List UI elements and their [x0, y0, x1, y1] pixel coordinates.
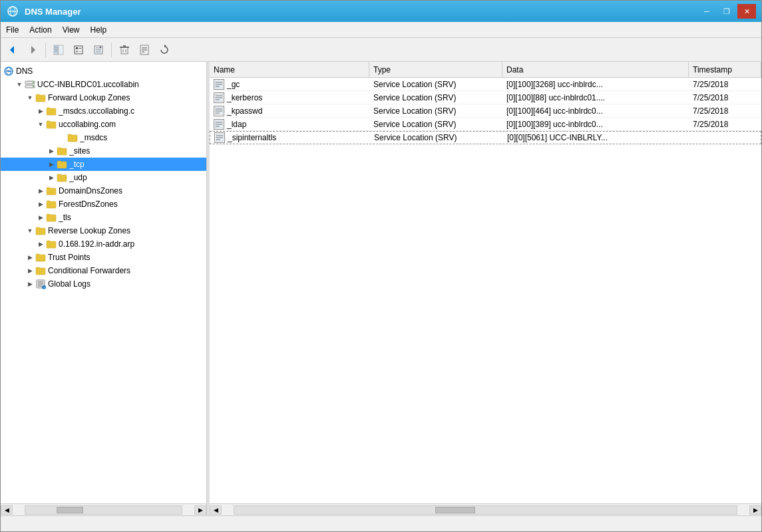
tree-item-dns[interactable]: DNS	[1, 65, 206, 78]
tree-item-globallogs[interactable]: ▶ i Global Logs	[1, 277, 206, 291]
expand-conditional[interactable]: ▶	[25, 265, 35, 276]
cell-type-kerberos: Service Location (SRV)	[369, 91, 502, 104]
list-row-kpasswd[interactable]: _kpasswd Service Location (SRV) [0][100]…	[210, 104, 761, 118]
scroll-left-btn[interactable]: ◀	[210, 505, 222, 515]
folder-icon-msdcs	[46, 106, 57, 116]
list-row-sipinternaltls[interactable]: _sipinternaltls Service Location (SRV) […	[210, 131, 761, 144]
sites-label: _sites	[69, 146, 90, 156]
tree-scroll-thumb[interactable]	[57, 507, 83, 513]
scroll-right-btn[interactable]: ▶	[749, 505, 761, 515]
expand-msdcs[interactable]: ▶	[35, 106, 46, 116]
status-bar	[1, 515, 761, 531]
tree-scroll-left[interactable]: ◀	[1, 505, 13, 515]
tree-item-udp[interactable]: ▶ _udp	[1, 171, 206, 184]
content-panel: Name Type Data Timestamp	[210, 62, 761, 515]
expand-trust[interactable]: ▶	[25, 252, 35, 263]
tree-item-tcp[interactable]: ▶ _tcp	[1, 158, 206, 171]
expand-tcp[interactable]: ▶	[46, 159, 57, 170]
export-button[interactable]	[89, 41, 108, 59]
svg-point-3	[11, 10, 14, 13]
tree-scroll-right[interactable]: ▶	[194, 505, 206, 515]
cell-name-kerberos: _kerberos	[210, 91, 369, 104]
close-button[interactable]: ✕	[737, 4, 756, 19]
scroll-thumb[interactable]	[435, 507, 475, 513]
expand-sites[interactable]: ▶	[46, 146, 57, 156]
properties-button[interactable]	[69, 41, 88, 59]
cell-name-kpasswd: _kpasswd	[210, 104, 369, 117]
folder-icon-uccollabing	[46, 119, 57, 130]
svg-rect-7	[59, 45, 63, 55]
reverse-label: Reverse Lookup Zones	[48, 226, 130, 235]
list-row-kerberos[interactable]: _kerberos Service Location (SRV) [0][100…	[210, 91, 761, 104]
logs-icon: i	[35, 279, 46, 289]
folder-icon-tcp	[57, 159, 67, 170]
app-icon	[6, 5, 19, 18]
expand-forestdns[interactable]: ▶	[35, 199, 46, 209]
delete-button[interactable]	[115, 41, 134, 59]
menu-view[interactable]: View	[57, 23, 85, 37]
menu-action[interactable]: Action	[24, 23, 57, 37]
expand-forward[interactable]: ▼	[25, 92, 35, 103]
tree-panel: DNS ▼ UCC-INBLRDC01.uccollabin ▼	[1, 62, 207, 515]
srv-icon-gc	[214, 79, 224, 90]
col-header-name[interactable]: Name	[210, 62, 369, 77]
folder-icon-msdcs2	[67, 132, 78, 143]
tree-item-forestdns[interactable]: ▶ ForestDnsZones	[1, 198, 206, 211]
menu-file[interactable]: File	[1, 23, 24, 37]
cell-timestamp-sipinternaltls	[689, 132, 761, 144]
refresh-button[interactable]	[155, 41, 174, 59]
expand-domaindns[interactable]: ▶	[35, 186, 46, 196]
conditional-label: Conditional Forwarders	[48, 266, 130, 275]
list-body: _gc Service Location (SRV) [0][100][3268…	[210, 78, 761, 503]
menu-bar: File Action View Help	[1, 22, 761, 38]
tree-item-msdcs[interactable]: ▶ _msdcs.uccollabing.c	[1, 104, 206, 118]
expand-reverse-zone[interactable]: ▶	[35, 239, 46, 249]
expand-server[interactable]: ▼	[14, 79, 25, 90]
tree-item-forward[interactable]: ▼ Forward Lookup Zones	[1, 91, 206, 104]
expand-uccollabing[interactable]: ▼	[35, 119, 46, 130]
cell-name-gc: _gc	[210, 78, 369, 90]
tree-item-reverse[interactable]: ▼ Reverse Lookup Zones	[1, 224, 206, 237]
forestdns-label: ForestDnsZones	[59, 200, 118, 209]
tree-item-sites[interactable]: ▶ _sites	[1, 144, 206, 158]
scroll-track	[234, 505, 737, 515]
back-button[interactable]	[3, 41, 22, 59]
server-icon	[25, 79, 35, 90]
tree-item-conditional[interactable]: ▶ Conditional Forwarders	[1, 264, 206, 277]
dns-label: DNS	[16, 66, 33, 76]
tree-item-trust[interactable]: ▶ Trust Points	[1, 251, 206, 264]
tree-item-domaindns[interactable]: ▶ DomainDnsZones	[1, 184, 206, 198]
srv-icon-kpasswd	[214, 106, 224, 116]
cell-name-ldap: _ldap	[210, 118, 369, 130]
list-row-ldap[interactable]: _ldap Service Location (SRV) [0][100][38…	[210, 118, 761, 131]
tree-item-reverse-zone[interactable]: ▶ 0.168.192.in-addr.arp	[1, 237, 206, 251]
folder-icon-domaindns	[46, 186, 57, 196]
menu-help[interactable]: Help	[85, 23, 112, 37]
folder-icon-reverse-zone	[46, 239, 57, 249]
col-header-timestamp[interactable]: Timestamp	[689, 62, 761, 77]
tree-item-server[interactable]: ▼ UCC-INBLRDC01.uccollabin	[1, 78, 206, 91]
window-title: DNS Manager	[25, 7, 81, 17]
expand-tls[interactable]: ▶	[35, 212, 46, 223]
expand-globallogs[interactable]: ▶	[25, 279, 35, 289]
tree-item-uccollabing[interactable]: ▼ uccollabing.com	[1, 118, 206, 131]
tree-item-msdcs2[interactable]: _msdcs	[1, 131, 206, 144]
expand-udp[interactable]: ▶	[46, 172, 57, 183]
list-row-gc[interactable]: _gc Service Location (SRV) [0][100][3268…	[210, 78, 761, 91]
col-header-data[interactable]: Data	[502, 62, 689, 77]
expand-reverse[interactable]: ▼	[25, 225, 35, 236]
forward-button[interactable]	[23, 41, 42, 59]
srv-icon-ldap	[214, 119, 224, 130]
tcp-label: _tcp	[69, 160, 85, 169]
svg-point-37	[33, 82, 34, 83]
svg-marker-4	[10, 46, 14, 54]
showhide-button[interactable]	[49, 41, 68, 59]
sep-1	[45, 43, 46, 57]
restore-button[interactable]: ❐	[717, 4, 736, 19]
properties2-button[interactable]	[135, 41, 154, 59]
udp-label: _udp	[69, 173, 87, 182]
cell-type-sipinternaltls: Service Location (SRV)	[370, 132, 503, 144]
minimize-button[interactable]: ─	[697, 4, 716, 19]
col-header-type[interactable]: Type	[369, 62, 502, 77]
tree-item-tls[interactable]: ▶ _tls	[1, 211, 206, 224]
